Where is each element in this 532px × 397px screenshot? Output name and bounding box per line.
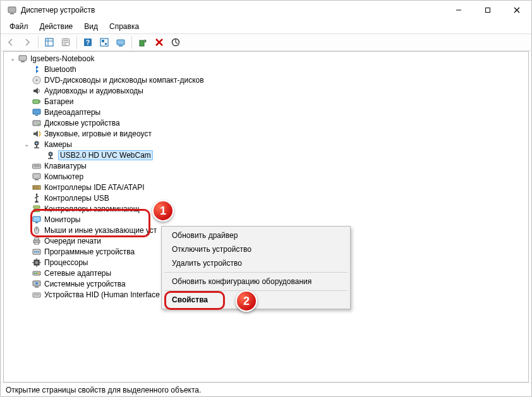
svg-rect-60 xyxy=(35,242,39,244)
tree-node-label: Мониторы xyxy=(44,215,80,224)
tree-node-label: Программные устройства xyxy=(44,247,135,256)
tree-node[interactable]: DVD-дисководы и дисководы компакт-дисков xyxy=(23,74,528,85)
tree-node[interactable]: Клавиатуры xyxy=(23,160,528,171)
ctx-properties[interactable]: Свойства xyxy=(163,293,349,307)
system-icon xyxy=(32,279,42,289)
tree-node-label: Камеры xyxy=(44,140,72,149)
tree-node-label: Аудиовходы и аудиовыходы xyxy=(44,86,143,95)
help-icon[interactable]: ? xyxy=(80,35,95,49)
tree-node[interactable]: Звуковые, игровые и видеоуст xyxy=(23,128,528,139)
svg-rect-73 xyxy=(36,273,37,274)
svg-point-51 xyxy=(36,193,38,195)
ctx-uninstall-device[interactable]: Удалить устройство xyxy=(163,256,349,270)
usb-icon xyxy=(32,193,42,203)
menu-view[interactable]: Вид xyxy=(79,21,103,32)
svg-rect-41 xyxy=(48,158,53,159)
svg-rect-55 xyxy=(35,222,38,223)
svg-rect-32 xyxy=(33,121,40,126)
tree-node[interactable]: Контроллеры USB xyxy=(23,193,528,203)
svg-point-63 xyxy=(36,251,37,252)
svg-rect-74 xyxy=(38,273,39,274)
svg-rect-59 xyxy=(35,238,39,240)
ctx-disable-device[interactable]: Отключить устройство xyxy=(163,242,349,256)
webcam-icon xyxy=(45,150,56,160)
show-hidden-icon[interactable] xyxy=(42,35,57,49)
disk-icon xyxy=(32,118,42,128)
ide-icon xyxy=(32,182,42,193)
back-icon[interactable] xyxy=(3,35,18,49)
svg-rect-46 xyxy=(35,179,39,181)
menu-action[interactable]: Действие xyxy=(35,21,78,32)
mouse-icon xyxy=(32,225,42,235)
audio-icon xyxy=(32,86,42,96)
tree-node-label: Клавиатуры xyxy=(44,162,87,170)
context-menu: Обновить драйвер Отключить устройство Уд… xyxy=(161,226,351,309)
tree-node[interactable]: USB2.0 HD UVC WebCam xyxy=(37,150,528,160)
tree-node[interactable]: Мониторы xyxy=(23,214,528,225)
status-text: Открытие страницы свойств для выделенног… xyxy=(6,386,201,394)
tree-node-label: Контроллеры USB xyxy=(44,194,109,203)
minimize-button[interactable] xyxy=(444,1,473,20)
maximize-button[interactable] xyxy=(473,1,502,20)
tree-node[interactable]: Контроллеры IDE ATA/ATAPI xyxy=(23,182,528,193)
svg-text:?: ? xyxy=(86,39,90,46)
tree-node[interactable]: Компьютер xyxy=(23,171,528,182)
svg-rect-25 xyxy=(21,61,25,62)
monitor-icon xyxy=(32,215,42,225)
printer-icon xyxy=(32,236,42,246)
chevron-down-icon[interactable]: ⌄ xyxy=(23,141,30,148)
svg-point-35 xyxy=(36,142,38,144)
forward-icon[interactable] xyxy=(20,35,35,49)
svg-rect-36 xyxy=(36,145,37,147)
toolbar: ? xyxy=(1,33,531,51)
close-button[interactable] xyxy=(502,1,531,20)
svg-rect-37 xyxy=(34,147,39,148)
tree-node[interactable]: Аудиовходы и аудиовыходы xyxy=(23,85,528,96)
menubar: Файл Действие Вид Справка xyxy=(1,20,531,33)
ctx-separator xyxy=(164,272,348,273)
battery-icon xyxy=(32,97,42,107)
menu-help[interactable]: Справка xyxy=(104,21,144,32)
svg-rect-45 xyxy=(33,174,40,179)
svg-rect-53 xyxy=(33,209,40,211)
svg-point-33 xyxy=(38,124,39,125)
tree-node[interactable]: Батареи xyxy=(23,96,528,107)
svg-point-62 xyxy=(34,251,35,252)
uninstall-icon[interactable] xyxy=(152,35,167,49)
chevron-down-icon[interactable]: ⌄ xyxy=(9,55,16,62)
tree-root-node[interactable]: ⌄Igsebers-Notebook xyxy=(9,53,528,64)
storage-icon xyxy=(32,204,42,214)
computer-icon xyxy=(32,172,42,182)
dvd-icon xyxy=(32,75,42,85)
tree-node[interactable]: Контроллеры запоминающ xyxy=(23,203,528,214)
svg-rect-17 xyxy=(105,43,107,45)
software-icon xyxy=(32,247,42,257)
properties-icon[interactable] xyxy=(58,35,73,49)
device-tree-pane[interactable]: ⌄Igsebers-NotebookBluetoothDVD-дисководы… xyxy=(3,51,529,382)
svg-rect-40 xyxy=(50,156,51,158)
window-title: Диспетчер устройств xyxy=(21,6,444,15)
menu-file[interactable]: Файл xyxy=(4,21,33,32)
refresh-icon[interactable] xyxy=(97,35,112,49)
tree-node-label: Очереди печати xyxy=(44,237,101,246)
ctx-separator xyxy=(164,290,348,291)
tree-node[interactable]: Видеоадаптеры xyxy=(23,107,528,117)
svg-rect-6 xyxy=(45,39,53,46)
camera-icon xyxy=(32,139,42,150)
svg-rect-30 xyxy=(33,109,40,114)
tree-node-label: Батареи xyxy=(44,97,73,106)
tree-node-label: Процессоры xyxy=(44,258,88,267)
update-driver-icon[interactable] xyxy=(135,35,150,49)
scan-icon[interactable] xyxy=(113,35,128,49)
tree-node-label: Компьютер xyxy=(44,172,83,181)
svg-rect-20 xyxy=(140,40,144,46)
ctx-update-driver[interactable]: Обновить драйвер xyxy=(163,228,349,242)
titlebar: Диспетчер устройств xyxy=(1,1,531,20)
tree-node[interactable]: Bluetooth xyxy=(23,64,528,74)
svg-rect-29 xyxy=(40,100,41,102)
scan-changes-icon[interactable] xyxy=(168,35,183,49)
tree-node[interactable]: ⌄Камеры xyxy=(23,139,528,150)
tree-node[interactable]: Дисковые устройства xyxy=(23,117,528,128)
ctx-scan-hardware[interactable]: Обновить конфигурацию оборудования xyxy=(163,275,349,288)
app-icon xyxy=(7,5,17,15)
